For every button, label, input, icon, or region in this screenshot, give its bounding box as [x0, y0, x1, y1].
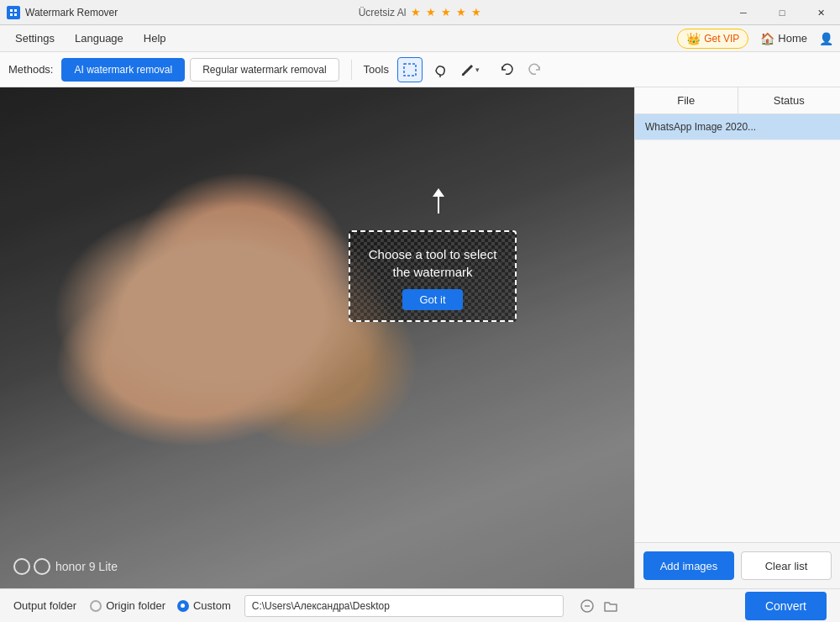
image-container: Choose a tool to select the watermark Go…	[0, 87, 634, 588]
honor-circles	[13, 558, 50, 575]
home-icon: 🏠	[760, 32, 774, 45]
panel-actions: Add images Clear list	[635, 542, 840, 588]
menu-right: 👑 Get VIP 🏠 Home 👤	[677, 29, 833, 49]
svg-rect-2	[10, 13, 13, 16]
undo-redo-group	[495, 57, 547, 82]
path-minus-button[interactable]	[577, 596, 597, 616]
star-5: ★	[471, 6, 481, 18]
menu-settings[interactable]: Settings	[7, 29, 63, 48]
brush-dropdown-icon: ▾	[475, 66, 480, 74]
output-folder-label: Output folder	[13, 599, 76, 612]
star-1: ★	[411, 6, 421, 18]
svg-rect-0	[10, 9, 13, 12]
origin-label: Origin folder	[106, 599, 165, 612]
undo-button[interactable]	[495, 57, 520, 82]
clear-list-button[interactable]: Clear list	[741, 551, 832, 580]
title-center: Ücretsiz Al ★ ★ ★ ★ ★	[359, 6, 482, 18]
ai-removal-button[interactable]: AI watermark removal	[61, 58, 185, 82]
file-item-name: WhatsApp Image 2020...	[645, 121, 830, 133]
custom-label: Custom	[193, 599, 231, 612]
bottom-bar: Output folder Origin folder Custom Conve…	[0, 588, 840, 622]
vip-label: Get VIP	[704, 33, 739, 45]
origin-folder-radio[interactable]: Origin folder	[90, 599, 165, 612]
output-radio-group: Origin folder Custom	[90, 599, 231, 612]
title-center-text: Ücretsiz Al	[359, 7, 407, 18]
canvas-area[interactable]: Choose a tool to select the watermark Go…	[0, 87, 634, 588]
close-button[interactable]: ✕	[801, 0, 840, 25]
menu-language[interactable]: Language	[66, 29, 132, 48]
menu-help[interactable]: Help	[135, 29, 175, 48]
star-2: ★	[426, 6, 436, 18]
home-label: Home	[778, 32, 807, 45]
add-images-button[interactable]: Add images	[643, 551, 734, 580]
minimize-button[interactable]: ─	[724, 0, 763, 25]
svg-rect-4	[404, 64, 416, 76]
user-icon: 👤	[819, 32, 833, 45]
custom-folder-radio[interactable]: Custom	[177, 599, 231, 612]
star-4: ★	[456, 6, 466, 18]
user-nav[interactable]: 👤	[819, 32, 833, 45]
path-icon-group	[577, 596, 621, 616]
right-panel: File Status WhatsApp Image 2020... Add i…	[634, 87, 840, 588]
app-title: Watermark Remover	[25, 7, 118, 18]
honor-circle-2	[34, 558, 50, 575]
tooltip-text: Choose a tool to select the watermark	[362, 245, 503, 281]
toolbar-separator	[351, 60, 352, 80]
panel-header: File Status	[635, 87, 840, 114]
tools-label: Tools	[364, 63, 389, 76]
crown-icon: 👑	[686, 32, 701, 45]
file-list: WhatsApp Image 2020...	[635, 114, 840, 542]
methods-label: Methods:	[8, 63, 53, 76]
selection-tool-button[interactable]	[397, 57, 423, 82]
window-controls: ─ □ ✕	[724, 0, 840, 25]
tooltip-arrow	[433, 188, 444, 213]
lasso-tool-button[interactable]	[428, 57, 453, 82]
menu-bar: Settings Language Help 👑 Get VIP 🏠 Home …	[0, 25, 840, 52]
selection-tooltip: Choose a tool to select the watermark Go…	[349, 230, 517, 322]
maximize-button[interactable]: □	[763, 0, 801, 25]
honor-circle-1	[13, 558, 30, 575]
regular-removal-button[interactable]: Regular watermark removal	[190, 58, 339, 82]
title-bar: Watermark Remover Ücretsiz Al ★ ★ ★ ★ ★ …	[0, 0, 840, 25]
watermark-badge: honor 9 Lite	[13, 558, 118, 575]
path-folder-button[interactable]	[601, 596, 621, 616]
svg-point-6	[462, 73, 465, 76]
svg-rect-3	[14, 13, 17, 16]
toolbar: Methods: AI watermark removal Regular wa…	[0, 52, 840, 87]
redo-button[interactable]	[522, 57, 547, 82]
brand-text: honor 9 Lite	[55, 560, 118, 573]
file-item[interactable]: WhatsApp Image 2020...	[635, 114, 840, 140]
brush-tool-button[interactable]: ▾	[458, 57, 483, 82]
svg-rect-1	[14, 9, 17, 12]
app-logo	[7, 6, 20, 19]
home-nav[interactable]: 🏠 Home	[760, 32, 807, 45]
main-area: Choose a tool to select the watermark Go…	[0, 87, 840, 588]
file-header: File	[635, 87, 738, 113]
photo-background	[0, 87, 634, 588]
path-input[interactable]	[244, 595, 564, 617]
origin-radio-circle	[90, 600, 102, 612]
got-it-button[interactable]: Got it	[402, 289, 462, 310]
custom-radio-circle	[177, 600, 189, 612]
status-header: Status	[738, 87, 841, 113]
star-3: ★	[441, 6, 451, 18]
convert-button[interactable]: Convert	[745, 592, 827, 620]
get-vip-button[interactable]: 👑 Get VIP	[677, 29, 748, 49]
